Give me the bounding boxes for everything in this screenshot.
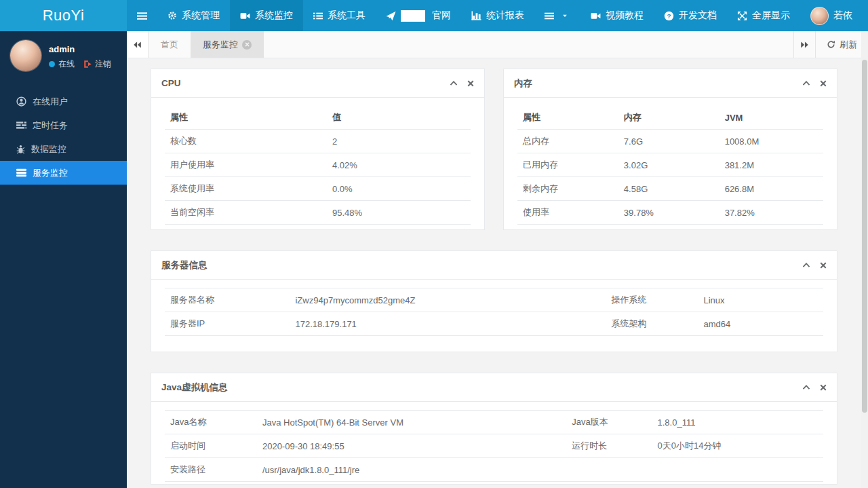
refresh-button[interactable]: 刷新 xyxy=(815,31,868,58)
double-left-arrow-icon xyxy=(133,41,142,49)
nav-item-label: 统计报表 xyxy=(486,10,524,22)
sidebar-menu: 在线用户 定时任务 数据监控 服务监控 xyxy=(0,90,127,185)
refresh-label: 刷新 xyxy=(840,39,857,51)
scrollbar-thumb[interactable] xyxy=(862,60,867,413)
bug-icon xyxy=(16,145,25,154)
sidebar-item-scheduled-tasks[interactable]: 定时任务 xyxy=(0,113,127,137)
sidebar-item-server-monitor[interactable]: 服务监控 xyxy=(0,161,127,185)
table-row: 服务器IP172.18.179.171系统架构amd64 xyxy=(165,312,823,336)
nav-item-official-site[interactable]: 官网 xyxy=(376,0,461,31)
sidebar-item-label: 定时任务 xyxy=(33,119,68,132)
user-name: admin xyxy=(49,44,111,54)
server-info-table: 服务器名称iZwz94p7mycommzd52gme4Z操作系统Linux服务器… xyxy=(165,288,823,336)
table-cell: 2 xyxy=(327,130,471,153)
user-circle-icon xyxy=(16,96,26,107)
online-status-dot-icon xyxy=(49,61,55,67)
table-cell: 2020-09-30 18:49:55 xyxy=(257,434,566,458)
nav-item-fullscreen[interactable]: 全屏显示 xyxy=(727,0,800,31)
close-panel-button[interactable] xyxy=(820,262,827,269)
table-cell: 172.18.179.171 xyxy=(290,312,606,336)
gear-icon xyxy=(167,11,177,20)
nav-item-video-tutorial[interactable]: 视频教程 xyxy=(580,0,654,31)
nav-item-system-tools[interactable]: 系统工具 xyxy=(303,0,376,31)
table-cell: 3.02G xyxy=(618,153,719,177)
table-cell: 381.2M xyxy=(719,153,823,177)
table-cell: 0天0小时14分钟 xyxy=(652,434,823,458)
table-cell: 39.78% xyxy=(618,201,719,225)
sidebar-item-label: 数据监控 xyxy=(31,143,66,155)
nav-item-stats-report[interactable]: 统计报表 xyxy=(461,0,534,31)
table-cell: 系统使用率 xyxy=(165,177,327,201)
tab-bar: 首页 服务监控 刷新 xyxy=(127,31,868,58)
sidebar: admin 在线 注销 在线用户 定时任务 xyxy=(0,31,127,488)
sidebar-toggle-button[interactable] xyxy=(127,0,157,31)
user-avatar[interactable] xyxy=(10,40,41,71)
column-header: 内存 xyxy=(618,106,719,130)
server-icon xyxy=(16,168,26,177)
sidebar-item-label: 服务监控 xyxy=(33,167,68,179)
jvm-info-table: Java名称Java HotSpot(TM) 64-Bit Server VMJ… xyxy=(165,410,823,482)
collapse-panel-button[interactable] xyxy=(450,80,458,86)
table-cell: 总内存 xyxy=(517,130,618,153)
panel-title: 内存 xyxy=(514,77,532,90)
table-cell: 626.8M xyxy=(719,177,823,201)
nav-item-system-manage[interactable]: 系统管理 xyxy=(157,0,230,31)
sidebar-item-online-users[interactable]: 在线用户 xyxy=(0,90,127,113)
table-row: 使用率39.78%37.82% xyxy=(517,201,823,225)
collapse-panel-button[interactable] xyxy=(802,384,810,390)
table-header-row: 属性 内存 JVM xyxy=(517,106,823,130)
table-cell: Linux xyxy=(698,288,824,312)
nav-item-dev-docs[interactable]: ? 开发文档 xyxy=(654,0,727,31)
double-right-arrow-icon xyxy=(800,41,809,49)
video-camera-icon xyxy=(591,12,601,20)
collapse-panel-button[interactable] xyxy=(802,80,810,86)
collapse-panel-button[interactable] xyxy=(802,262,810,268)
table-cell: 剩余内存 xyxy=(517,177,618,201)
paper-plane-icon xyxy=(386,11,396,21)
column-header: JVM xyxy=(719,106,823,130)
table-cell: /usr/java/jdk1.8.0_111/jre xyxy=(257,458,566,482)
nav-item-label: 全屏显示 xyxy=(752,10,790,22)
table-row: Java名称Java HotSpot(TM) 64-Bit Server VMJ… xyxy=(165,411,823,434)
table-row: 已用内存3.02G381.2M xyxy=(517,153,823,177)
jvm-info-panel: Java虚拟机信息 Java名称Java HotSpot(TM) 64-Bit … xyxy=(151,373,837,485)
more-menu-button[interactable] xyxy=(534,0,578,31)
tab-close-button[interactable] xyxy=(242,40,252,50)
tabs-scroll-right-button[interactable] xyxy=(793,31,815,58)
column-header: 属性 xyxy=(165,106,327,130)
nav-item-label: 系统管理 xyxy=(182,10,220,22)
table-cell: 1008.0M xyxy=(719,130,823,153)
table-cell: 运行时长 xyxy=(566,434,652,458)
table-cell: 7.6G xyxy=(618,130,719,153)
table-row: 用户使用率4.02% xyxy=(165,153,471,177)
navbar-right-menu: 视频教程 ? 开发文档 全屏显示 若依 xyxy=(580,0,868,31)
tab-server-monitor[interactable]: 服务监控 xyxy=(191,31,264,58)
nav-item-label: 系统监控 xyxy=(255,10,293,22)
panel-title: Java虚拟机信息 xyxy=(161,381,228,394)
tab-label: 首页 xyxy=(161,39,178,51)
tab-home[interactable]: 首页 xyxy=(149,31,191,58)
refresh-icon xyxy=(827,40,835,49)
list-icon xyxy=(313,12,323,20)
vertical-scrollbar[interactable] xyxy=(861,31,868,488)
hamburger-icon xyxy=(137,11,147,21)
column-header: 属性 xyxy=(517,106,618,130)
close-panel-button[interactable] xyxy=(820,80,827,87)
close-panel-button[interactable] xyxy=(467,80,474,87)
nav-item-user-profile[interactable]: 若依 xyxy=(800,0,863,31)
table-cell: 安装路径 xyxy=(165,458,257,482)
panel-title: CPU xyxy=(161,78,181,88)
close-panel-button[interactable] xyxy=(820,384,827,391)
table-cell: 用户使用率 xyxy=(165,153,327,177)
sidebar-item-data-monitor[interactable]: 数据监控 xyxy=(0,137,127,161)
logout-button[interactable]: 注销 xyxy=(83,58,111,70)
memory-table: 属性 内存 JVM 总内存7.6G1008.0M已用内存3.02G381.2M剩… xyxy=(517,106,823,225)
tabs-scroll-left-button[interactable] xyxy=(127,31,149,58)
redacted-text xyxy=(401,10,425,22)
username-label: 若依 xyxy=(833,10,852,22)
nav-item-label: 官网 xyxy=(432,10,451,22)
app-logo: RuoYi xyxy=(0,0,127,31)
svg-text:?: ? xyxy=(667,12,671,19)
tab-label: 服务监控 xyxy=(203,39,238,51)
nav-item-system-monitor[interactable]: 系统监控 xyxy=(230,0,303,31)
